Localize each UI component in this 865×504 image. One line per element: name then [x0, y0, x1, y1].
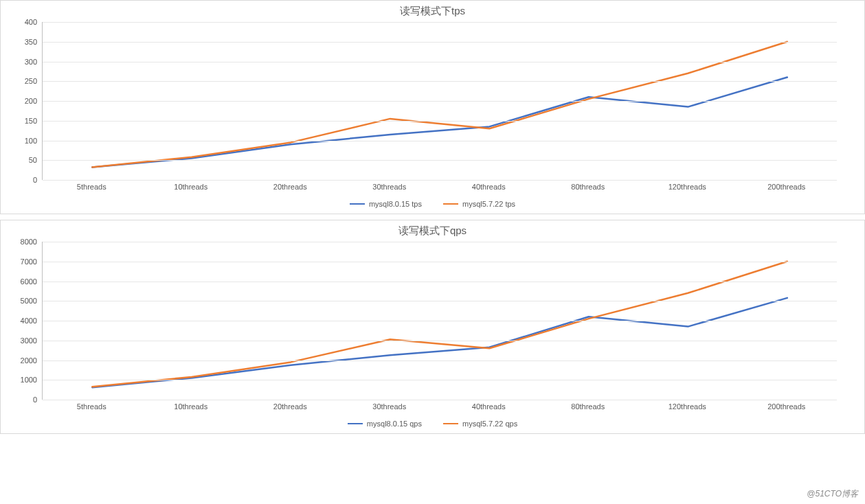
- y-axis-tick: 50: [29, 156, 43, 164]
- x-axis-tick: 40threads: [472, 402, 506, 411]
- gridline: [43, 262, 837, 262]
- legend-label: mysql5.7.22 qps: [462, 420, 517, 428]
- gridline: [43, 101, 837, 102]
- x-axis-tick: 80threads: [571, 183, 605, 191]
- chart-qps: 读写模式下qps 0100020003000400050006000700080…: [0, 220, 865, 434]
- legend-item: mysql8.0.15 qps: [348, 420, 422, 428]
- x-axis-tick: 40threads: [472, 183, 506, 191]
- x-axis-tick: 200threads: [767, 402, 805, 411]
- y-axis-tick: 400: [25, 18, 43, 26]
- y-axis-tick: 300: [25, 58, 43, 66]
- legend-label: mysql8.0.15 tps: [369, 200, 422, 208]
- x-axis-tick: 5threads: [77, 183, 106, 191]
- series-line: [92, 298, 787, 387]
- legend-swatch-icon: [443, 203, 458, 205]
- y-axis-tick: 5000: [21, 297, 43, 305]
- legend-item: mysql8.0.15 tps: [350, 200, 422, 208]
- x-axis-labels: 5threads10threads20threads30threads40thr…: [42, 180, 837, 194]
- x-axis-tick: 10threads: [174, 402, 207, 411]
- y-axis-tick: 0: [33, 176, 43, 184]
- gridline: [43, 62, 837, 62]
- x-axis-tick: 20threads: [273, 402, 307, 411]
- legend-item: mysql5.7.22 tps: [443, 200, 515, 208]
- y-axis-tick: 200: [25, 97, 43, 105]
- y-axis-tick: 350: [25, 38, 43, 46]
- x-axis-tick: 30threads: [372, 402, 406, 411]
- chart-tps: 读写模式下tps 050100150200250300350400 5threa…: [0, 0, 865, 214]
- x-axis-tick: 120threads: [669, 402, 706, 411]
- legend-swatch-icon: [348, 423, 363, 424]
- gridline: [43, 321, 837, 321]
- gridline: [43, 301, 837, 301]
- plot-area: 050100150200250300350400: [42, 22, 837, 180]
- series-line: [92, 42, 787, 168]
- gridline: [43, 341, 837, 341]
- y-axis-tick: 150: [25, 117, 43, 125]
- x-axis-tick: 5threads: [77, 402, 106, 411]
- gridline: [43, 121, 837, 122]
- legend-label: mysql8.0.15 qps: [367, 420, 422, 428]
- gridline: [43, 282, 837, 282]
- plot-area: 010002000300040005000600070008000: [42, 242, 837, 400]
- x-axis-tick: 10threads: [174, 183, 207, 191]
- legend: mysql8.0.15 qps mysql5.7.22 qps: [1, 413, 864, 433]
- x-axis-tick: 120threads: [669, 183, 706, 191]
- x-axis-tick: 20threads: [273, 183, 307, 191]
- legend: mysql8.0.15 tps mysql5.7.22 tps: [1, 194, 864, 214]
- x-axis-tick: 80threads: [571, 402, 605, 411]
- series-line: [92, 262, 787, 387]
- gridline: [43, 380, 837, 380]
- y-axis-tick: 3000: [21, 336, 43, 345]
- x-axis-tick: 30threads: [372, 183, 406, 191]
- y-axis-tick: 2000: [21, 356, 43, 365]
- x-axis-labels: 5threads10threads20threads30threads40thr…: [42, 400, 837, 413]
- legend-item: mysql5.7.22 qps: [443, 420, 517, 428]
- gridline: [43, 81, 837, 82]
- gridline: [43, 360, 837, 361]
- y-axis-tick: 8000: [21, 238, 43, 246]
- legend-label: mysql5.7.22 tps: [462, 200, 515, 208]
- y-axis-tick: 7000: [21, 257, 43, 266]
- gridline: [43, 42, 837, 43]
- plot-wrap: 010002000300040005000600070008000 5threa…: [42, 242, 837, 413]
- chart-title: 读写模式下qps: [1, 220, 864, 239]
- legend-swatch-icon: [443, 423, 458, 424]
- chart-title: 读写模式下tps: [1, 1, 864, 19]
- y-axis-tick: 6000: [21, 277, 43, 286]
- gridline: [43, 242, 837, 242]
- y-axis-tick: 250: [25, 77, 43, 85]
- gridline: [43, 160, 837, 161]
- legend-swatch-icon: [350, 203, 365, 205]
- gridline: [43, 22, 837, 23]
- gridline: [43, 141, 837, 141]
- y-axis-tick: 100: [25, 137, 43, 145]
- plot-wrap: 050100150200250300350400 5threads10threa…: [42, 22, 837, 194]
- y-axis-tick: 0: [33, 396, 43, 404]
- y-axis-tick: 4000: [21, 317, 43, 325]
- y-axis-tick: 1000: [21, 376, 43, 384]
- x-axis-tick: 200threads: [767, 183, 805, 191]
- series-line: [92, 78, 787, 168]
